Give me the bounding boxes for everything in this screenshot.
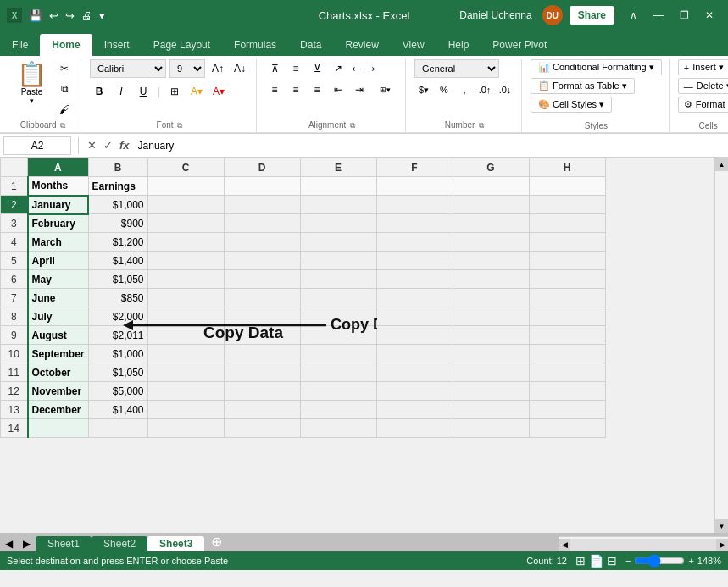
- cell-3-B[interactable]: $900: [88, 214, 147, 233]
- row-header-5[interactable]: 5: [1, 252, 28, 270]
- row-header-10[interactable]: 10: [1, 345, 28, 363]
- cell-7-H[interactable]: [529, 289, 605, 307]
- cell-13-H[interactable]: [529, 401, 605, 419]
- number-format-select[interactable]: General Number Currency: [414, 59, 499, 78]
- alignment-dialog-button[interactable]: ⧉: [350, 121, 355, 130]
- col-header-C[interactable]: C: [147, 158, 224, 177]
- paste-button[interactable]: 📋 Paste ▾: [12, 59, 52, 108]
- cell-10-B[interactable]: $1,000: [88, 345, 147, 363]
- cell-14-D[interactable]: [224, 419, 300, 438]
- cell-11-E[interactable]: [300, 363, 376, 382]
- percent-style-button[interactable]: %: [435, 80, 453, 99]
- user-avatar[interactable]: DU: [542, 5, 563, 25]
- fill-color-button[interactable]: A▾: [187, 82, 206, 101]
- underline-button[interactable]: U: [134, 82, 153, 101]
- cell-styles-button[interactable]: 🎨 Cell Styles ▾: [531, 97, 612, 113]
- cell-5-B[interactable]: $1,400: [88, 252, 147, 270]
- tab-formulas[interactable]: Formulas: [222, 34, 288, 56]
- align-middle-button[interactable]: ≡: [286, 59, 305, 78]
- cell-4-C[interactable]: [147, 233, 224, 252]
- cell-1-C[interactable]: [147, 177, 224, 196]
- cell-2-B[interactable]: $1,000: [88, 196, 147, 214]
- scroll-tabs-right-button[interactable]: ▶: [18, 536, 36, 551]
- delete-button[interactable]: — Delete ▾: [678, 78, 728, 94]
- cell-3-D[interactable]: [224, 214, 300, 233]
- text-angle-button[interactable]: ↗: [329, 59, 347, 78]
- cell-5-C[interactable]: [147, 252, 224, 270]
- cell-1-A[interactable]: Months: [28, 177, 89, 196]
- ribbon-collapse-button[interactable]: ∧: [621, 3, 645, 27]
- cell-10-D[interactable]: [224, 345, 300, 363]
- col-header-G[interactable]: G: [453, 158, 529, 177]
- tab-power-pivot[interactable]: Power Pivot: [481, 34, 559, 56]
- cell-11-F[interactable]: [376, 363, 453, 382]
- cell-9-H[interactable]: [529, 326, 605, 345]
- cell-5-G[interactable]: [453, 252, 529, 270]
- cell-12-H[interactable]: [529, 382, 605, 401]
- border-button[interactable]: ⊞: [165, 82, 184, 101]
- cell-10-A[interactable]: September: [28, 345, 89, 363]
- tab-home[interactable]: Home: [40, 34, 92, 56]
- wrap-text-button[interactable]: ⟵⟶: [350, 59, 377, 78]
- cell-5-E[interactable]: [300, 252, 376, 270]
- cell-8-H[interactable]: [529, 307, 605, 326]
- cell-10-H[interactable]: [529, 345, 605, 363]
- col-header-F[interactable]: F: [376, 158, 453, 177]
- tab-data[interactable]: Data: [288, 34, 333, 56]
- cell-7-B[interactable]: $850: [88, 289, 147, 307]
- tab-view[interactable]: View: [391, 34, 436, 56]
- cell-9-F[interactable]: [376, 326, 453, 345]
- sheet-tab-3[interactable]: Sheet3: [147, 536, 204, 551]
- cell-9-B[interactable]: $2,011: [88, 326, 147, 345]
- cell-10-F[interactable]: [376, 345, 453, 363]
- tab-help[interactable]: Help: [436, 34, 481, 56]
- row-header-9[interactable]: 9: [1, 326, 28, 345]
- scroll-down-button[interactable]: ▼: [715, 519, 728, 533]
- decrease-decimal-button[interactable]: .0↓: [496, 80, 514, 99]
- decrease-indent-button[interactable]: ⇤: [329, 80, 347, 99]
- cell-11-D[interactable]: [224, 363, 300, 382]
- cell-6-B[interactable]: $1,050: [88, 270, 147, 289]
- clipboard-dialog-button[interactable]: ⧉: [60, 121, 65, 130]
- cell-3-H[interactable]: [529, 214, 605, 233]
- row-header-6[interactable]: 6: [1, 270, 28, 289]
- row-header-13[interactable]: 13: [1, 401, 28, 419]
- cell-6-G[interactable]: [453, 270, 529, 289]
- confirm-icon[interactable]: ✓: [102, 137, 114, 153]
- cell-12-G[interactable]: [453, 382, 529, 401]
- name-box[interactable]: [3, 136, 71, 155]
- cell-8-E[interactable]: [300, 307, 376, 326]
- cell-2-C[interactable]: [147, 196, 224, 214]
- cell-7-F[interactable]: [376, 289, 453, 307]
- cell-2-A[interactable]: January: [28, 196, 89, 214]
- share-button[interactable]: Share: [570, 6, 614, 25]
- cell-9-C[interactable]: [147, 326, 224, 345]
- cell-1-H[interactable]: [529, 177, 605, 196]
- cell-14-B[interactable]: [88, 419, 147, 438]
- cell-3-E[interactable]: [300, 214, 376, 233]
- zoom-slider[interactable]: [634, 554, 685, 568]
- cell-2-G[interactable]: [453, 196, 529, 214]
- sheet-tab-1[interactable]: Sheet1: [36, 536, 92, 551]
- customize-button[interactable]: ▾: [97, 8, 107, 24]
- font-color-button[interactable]: A▾: [209, 82, 228, 101]
- cell-13-G[interactable]: [453, 401, 529, 419]
- vertical-scrollbar[interactable]: ▲ ▼: [714, 158, 728, 533]
- row-header-3[interactable]: 3: [1, 214, 28, 233]
- cell-1-B[interactable]: Earnings: [88, 177, 147, 196]
- cell-2-H[interactable]: [529, 196, 605, 214]
- number-dialog-button[interactable]: ⧉: [479, 121, 484, 130]
- sheet-tab-2[interactable]: Sheet2: [92, 536, 147, 551]
- cell-13-F[interactable]: [376, 401, 453, 419]
- page-break-view-icon[interactable]: ⊟: [607, 554, 617, 568]
- cell-10-E[interactable]: [300, 345, 376, 363]
- cell-7-A[interactable]: June: [28, 289, 89, 307]
- cell-6-H[interactable]: [529, 270, 605, 289]
- bold-button[interactable]: B: [90, 82, 108, 101]
- cell-4-G[interactable]: [453, 233, 529, 252]
- cell-13-E[interactable]: [300, 401, 376, 419]
- cell-12-A[interactable]: November: [28, 382, 89, 401]
- cell-11-G[interactable]: [453, 363, 529, 382]
- cancel-icon[interactable]: ✕: [86, 137, 98, 153]
- italic-button[interactable]: I: [112, 82, 131, 101]
